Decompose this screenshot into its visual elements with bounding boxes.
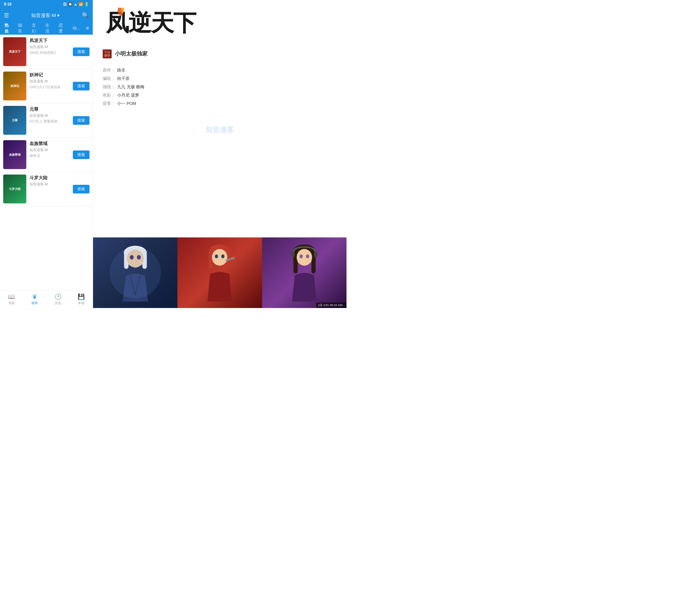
line-label: 描线： [103, 84, 115, 90]
nav-recommend[interactable]: ♛ 推荐 [23, 290, 46, 308]
bg-value: 小一 POM [117, 101, 136, 106]
header-title: 知音漫客-M ▾ [31, 13, 60, 19]
status-icons: 🖼 🔲 ▲ 📶 🔋 [63, 2, 89, 6]
local-icon: 💾 [78, 293, 85, 300]
nav-bookshelf-label: 书架 [8, 301, 15, 305]
comic-cover-4: 血族禁域 [3, 140, 26, 169]
line-value: 九九 无极 糖梅 [117, 84, 144, 90]
preview-svg-3 [262, 237, 346, 308]
menu-icon[interactable]: ☰ [4, 12, 9, 19]
battery-icon: 🔋 [84, 2, 89, 6]
svg-rect-25 [291, 252, 295, 257]
comic-info-4: 血族禁域 知音漫客-M 最终话 [29, 140, 70, 158]
chapter-overlay: 1话 1/31 09:19 100... [316, 302, 346, 308]
app-name-label: 知音漫客-M [31, 13, 56, 19]
preview-svg-2 [177, 237, 262, 308]
comic-info-2: 妖神记 知音漫客-M 24年1月17日请假条 [29, 72, 70, 90]
bottom-nav: 📖 书架 ♛ 推荐 🕐 历史 💾 本地 [0, 290, 93, 308]
signal-icon: 📶 [79, 2, 83, 6]
svg-point-16 [221, 254, 224, 258]
comic-item-3[interactable]: 元尊 元尊 知音漫客-M 567话上 重重艰难 搜索 [0, 103, 93, 138]
exclusive-badge: 七山 极明 [103, 49, 112, 58]
color-value: 小丹尼 菠萝 [117, 93, 139, 98]
category-tab-funny[interactable]: 搞笑 [15, 21, 28, 36]
info-row-line: 描线： 九九 无极 糖梅 [103, 84, 337, 90]
exclusive-label: 小明太极独家 [115, 50, 147, 57]
manga-title-area: 凤逆天下 [93, 0, 346, 45]
comic-title-5: 斗罗大陆 [29, 175, 70, 181]
right-panel: 凤逆天下 七山 极明 小明太极独家 原作： 路非 编绘： 桔子茶 描线： 九九 … [93, 0, 346, 308]
cover-img-5: 斗罗大陆 [3, 175, 26, 203]
svg-point-15 [215, 254, 218, 258]
comic-list: 凤逆天下 凤逆天下 知音漫客-M 580话 绝地营救2 搜索 妖神记 妖神记 知… [0, 35, 93, 290]
manga-logo-title: 凤逆天下 [103, 8, 337, 39]
svg-point-14 [212, 249, 227, 266]
category-tab-hot[interactable]: 热血 [1, 21, 15, 36]
comic-item-4[interactable]: 血族禁域 血族禁域 知音漫客-M 最终话 搜索 [0, 138, 93, 172]
author-value: 路非 [117, 67, 125, 73]
badge-line1: 七山 [104, 51, 110, 54]
recommend-icon: ♛ [32, 293, 37, 300]
category-more-icon[interactable]: ≡ [83, 24, 92, 33]
category-tab-romance[interactable]: 恋爱 [56, 21, 69, 36]
nav-recommend-label: 推荐 [32, 301, 38, 305]
svg-point-10 [110, 247, 161, 298]
comic-source-5: 知音漫客-M [29, 182, 70, 187]
cover-img-2: 妖神记 [3, 72, 26, 100]
search-icon[interactable]: 🔍 [82, 12, 89, 19]
category-tab-more-text[interactable]: 动... [69, 23, 83, 33]
comic-source-3: 知音漫客-M [29, 113, 70, 118]
nav-local[interactable]: 💾 本地 [70, 290, 93, 308]
comic-search-btn-2[interactable]: 搜索 [73, 82, 90, 91]
comic-search-btn-4[interactable]: 搜索 [73, 151, 90, 159]
comic-item-5[interactable]: 斗罗大陆 斗罗大陆 知音漫客-M 搜索 [0, 172, 93, 206]
comic-search-btn-3[interactable]: 搜索 [73, 116, 90, 125]
svg-point-23 [299, 254, 302, 258]
dropdown-icon[interactable]: ▾ [57, 13, 60, 18]
info-row-author: 原作： 路非 [103, 67, 337, 73]
cover-img-3: 元尊 [3, 106, 26, 135]
category-tab-fantasy[interactable]: 玄幻 [28, 21, 42, 36]
svg-point-24 [306, 254, 309, 258]
bookshelf-icon: 📖 [8, 293, 15, 300]
category-tab-life[interactable]: 生活 [42, 21, 56, 36]
comic-latest-4: 最终话 [29, 153, 70, 158]
preview-image-2[interactable] [177, 237, 262, 308]
comic-item-1[interactable]: 凤逆天下 凤逆天下 知音漫客-M 580话 绝地营救2 搜索 [0, 35, 93, 69]
preview-svg-1 [93, 237, 177, 308]
exclusive-area: 七山 极明 小明太极独家 [103, 49, 337, 58]
comic-cover-1: 凤逆天下 [3, 37, 26, 66]
comic-search-btn-5[interactable]: 搜索 [73, 185, 90, 194]
comic-cover-2: 妖神记 [3, 72, 26, 100]
history-icon: 🕐 [55, 293, 62, 300]
gallery-icon: 🔲 [68, 2, 73, 6]
comic-latest-1: 580话 绝地营救2 [29, 51, 70, 55]
preview-image-3[interactable] [262, 237, 346, 308]
manga-info: 原作： 路非 编绘： 桔子茶 描线： 九九 无极 糖梅 色彩： 小丹尼 菠萝 背… [93, 62, 346, 112]
nav-bookshelf[interactable]: 📖 书架 [0, 290, 23, 308]
nav-history[interactable]: 🕐 历史 [46, 290, 70, 308]
comic-latest-2: 24年1月17日请假条 [29, 85, 70, 90]
color-label: 色彩： [103, 93, 115, 98]
cover-img-1: 凤逆天下 [3, 37, 26, 66]
status-time: 9:18 [4, 2, 12, 6]
status-bar: 9:18 🖼 🔲 ▲ 📶 🔋 [0, 0, 93, 8]
svg-rect-26 [314, 252, 317, 257]
author-label: 原作： [103, 67, 115, 73]
comic-item-2[interactable]: 妖神记 妖神记 知音漫客-M 24年1月17日请假条 搜索 [0, 69, 93, 103]
svg-point-22 [296, 249, 312, 266]
comic-cover-5: 斗罗大陆 [3, 175, 26, 203]
left-panel: 9:18 🖼 🔲 ▲ 📶 🔋 ☰ 知音漫客-M ▾ 🔍 热血 搞笑 玄幻 生活 … [0, 0, 93, 308]
comic-source-4: 知音漫客-M [29, 147, 70, 153]
comic-search-btn-1[interactable]: 搜索 [73, 47, 90, 56]
wifi-icon: ▲ [74, 2, 77, 6]
draw-label: 编绘： [103, 76, 115, 81]
info-row-bg: 背景： 小一 POM [103, 101, 337, 106]
preview-image-1[interactable] [93, 237, 177, 308]
comic-title-3: 元尊 [29, 106, 70, 112]
preview-strip: 1话 1/31 09:19 100... [93, 237, 346, 308]
comic-info-5: 斗罗大陆 知音漫客-M [29, 175, 70, 187]
comic-title-4: 血族禁域 [29, 141, 70, 146]
comic-source-1: 知音漫客-M [29, 45, 70, 49]
draw-value: 桔子茶 [117, 76, 130, 81]
